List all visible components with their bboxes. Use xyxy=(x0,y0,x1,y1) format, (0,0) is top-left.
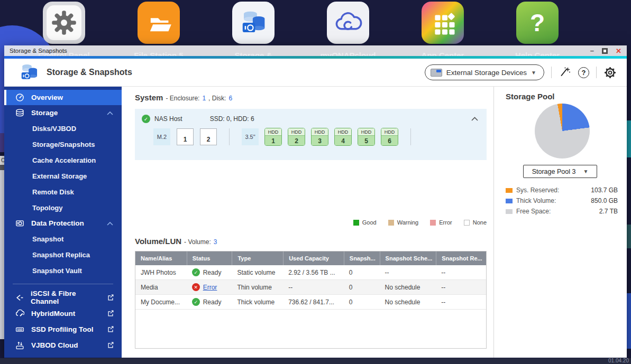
wallpaper-edge xyxy=(627,120,631,157)
column-header[interactable]: Snapshot Sche... xyxy=(380,251,436,265)
sidebar-item-label: iSCSI & Fibre Channel xyxy=(31,290,100,305)
svg-text:SSD: SSD xyxy=(17,328,22,331)
volume-table: Name/Alias Status Type Used Capacity Sna… xyxy=(135,251,487,349)
sidebar-item-label: Data Protection xyxy=(31,219,84,227)
m2-slot-2[interactable]: 2 xyxy=(200,128,217,145)
external-storage-devices-label: External Storage Devices xyxy=(446,69,527,77)
pool-pie-chart xyxy=(535,104,590,158)
error-link[interactable]: Error xyxy=(203,284,217,291)
sidebar-item-topology[interactable]: Topology xyxy=(4,200,122,216)
sidebar-item-snapshot-vault[interactable]: Snapshot Vault xyxy=(4,263,122,278)
hdd-slot-5[interactable]: HDD5 xyxy=(358,128,375,146)
chevron-up-icon[interactable] xyxy=(107,219,113,227)
sidebar-item-disks-vjbod[interactable]: Disks/VJBOD xyxy=(4,120,122,136)
help-button[interactable]: ? xyxy=(578,67,589,78)
status-text: Ready xyxy=(203,298,222,306)
sidebar-item-remote-disk[interactable]: Remote Disk xyxy=(4,184,122,200)
settings-gear-button[interactable] xyxy=(603,66,616,79)
nas-host-panel: ✓ NAS Host SSD: 0, HDD: 6 M.2 1 2 3.5" H xyxy=(135,109,487,160)
storage-pool-title: Storage Pool xyxy=(506,92,618,101)
desktop-icon-myqnapcloud[interactable] xyxy=(327,2,369,44)
sidebar-item-snapshot[interactable]: Snapshot xyxy=(4,231,122,247)
sidebar-item-cache-acceleration[interactable]: Cache Acceleration xyxy=(4,152,122,168)
table-row[interactable]: My Docume... ✓Ready Thick volume 736.62 … xyxy=(135,295,486,310)
sidebar: Overview Storage Disks/VJBOD Storage/Sna… xyxy=(4,87,122,358)
cloud-mount-icon xyxy=(15,309,24,318)
collapse-chevron-icon[interactable] xyxy=(471,117,478,121)
wizard-wand-button[interactable] xyxy=(559,66,571,79)
volume-name: My Docume... xyxy=(135,298,187,306)
disk-label: , Disk: xyxy=(208,95,226,102)
window-titlebar[interactable]: Storage & Snapshots – ✕ xyxy=(4,45,627,56)
external-link-icon xyxy=(107,325,114,333)
app-header: Storage & Snapshots External Storage Dev… xyxy=(4,59,627,87)
status-error-icon: ✕ xyxy=(192,283,200,291)
table-row[interactable]: JWH Photos ✓Ready Static volume 2.92 / 3… xyxy=(135,265,486,280)
sidebar-item-storage[interactable]: Storage xyxy=(4,105,122,120)
hdd-slot-6[interactable]: HDD6 xyxy=(381,128,398,146)
snapshot-schedule: -- xyxy=(380,269,436,276)
used-capacity: 736.62 / 841.7... xyxy=(283,298,344,306)
column-header[interactable]: Type xyxy=(232,251,283,265)
external-storage-devices-button[interactable]: External Storage Devices ▼ xyxy=(425,64,544,80)
sidebar-item-data-protection[interactable]: Data Protection xyxy=(4,216,122,231)
sidebar-item-storage-snapshots[interactable]: Storage/Snapshots xyxy=(4,136,122,152)
sidebar-item-label: Storage/Snapshots xyxy=(32,141,95,148)
desktop-icon-storage-snapshots[interactable] xyxy=(232,2,275,44)
table-row[interactable]: Media ✕Error Thin volume -- 0 No schedul… xyxy=(135,280,486,295)
status-ok-icon: ✓ xyxy=(192,268,200,276)
m2-bay-label: M.2 xyxy=(153,128,170,145)
chevron-up-icon[interactable] xyxy=(107,109,113,117)
hdd-slot-1[interactable]: HDD1 xyxy=(264,128,282,146)
gear-icon xyxy=(47,5,81,40)
m2-slot-1[interactable]: 1 xyxy=(177,128,194,145)
column-header[interactable]: Used Capacity xyxy=(283,251,344,265)
sidebar-item-vjbod-cloud[interactable]: VJBOD Cloud xyxy=(4,337,122,353)
legend-good-swatch xyxy=(353,220,359,226)
desktop-icon-file-station[interactable] xyxy=(138,2,180,44)
gauge-icon xyxy=(15,93,24,102)
ssd-icon: SSD xyxy=(15,325,24,334)
enclosure-value: 1 xyxy=(202,95,206,102)
legend-label: Free Space: xyxy=(516,208,551,215)
free-space-swatch xyxy=(506,209,513,214)
hdd-slot-4[interactable]: HDD4 xyxy=(334,128,352,146)
sidebar-item-label: SSD Profiling Tool xyxy=(31,325,94,333)
volume-table-header: Name/Alias Status Type Used Capacity Sna… xyxy=(135,251,486,265)
thick-volume-swatch xyxy=(506,199,513,203)
sidebar-item-external-storage[interactable]: External Storage xyxy=(4,168,122,184)
legend-value: 103.7 GB xyxy=(591,186,618,194)
pool-selector-value: Storage Pool 3 xyxy=(532,168,576,175)
snapshot-count: 0 xyxy=(344,284,380,291)
maximize-button[interactable] xyxy=(602,48,608,54)
sidebar-item-label: Remote Disk xyxy=(32,188,74,196)
desktop-icon-app-center[interactable] xyxy=(422,2,464,44)
external-drive-icon xyxy=(431,69,442,77)
column-header[interactable]: Snapshot Re... xyxy=(436,251,486,265)
desktop-icon-control-panel[interactable] xyxy=(43,2,85,44)
hdd-label: HDD xyxy=(381,128,398,136)
sidebar-item-iscsi-fibre-channel[interactable]: iSCSI & Fibre Channel xyxy=(4,290,122,305)
sidebar-item-snapshot-replica[interactable]: Snapshot Replica xyxy=(4,247,122,263)
hdd-slot-3[interactable]: HDD3 xyxy=(311,128,328,146)
sidebar-item-label: VJBOD Cloud xyxy=(31,341,78,349)
close-button[interactable]: ✕ xyxy=(616,47,621,55)
hdd-label: HDD xyxy=(358,128,374,136)
minimize-button[interactable]: – xyxy=(590,48,594,53)
sidebar-item-ssd-profiling-tool[interactable]: SSD SSD Profiling Tool xyxy=(4,321,122,337)
sidebar-divider xyxy=(13,284,113,284)
snapshot-retention: -- xyxy=(436,298,486,306)
pool-selector-dropdown[interactable]: Storage Pool 3 ▼ xyxy=(523,165,597,178)
snapshot-retention: -- xyxy=(436,269,486,276)
sidebar-item-overview[interactable]: Overview xyxy=(4,90,122,105)
hdd-number: 6 xyxy=(381,136,398,146)
enclosure-label: - Enclosure: xyxy=(166,95,199,102)
folder-icon xyxy=(145,9,172,36)
hdd-slot-2[interactable]: HDD2 xyxy=(288,128,305,146)
column-header[interactable]: Status xyxy=(187,251,232,265)
column-header[interactable]: Name/Alias xyxy=(135,251,187,265)
column-header[interactable]: Snapsh... xyxy=(344,251,380,265)
hdd-label: HDD xyxy=(312,128,328,136)
desktop-icon-help-center[interactable]: ? xyxy=(516,2,559,44)
sidebar-item-hybridmount[interactable]: HybridMount xyxy=(4,305,122,321)
